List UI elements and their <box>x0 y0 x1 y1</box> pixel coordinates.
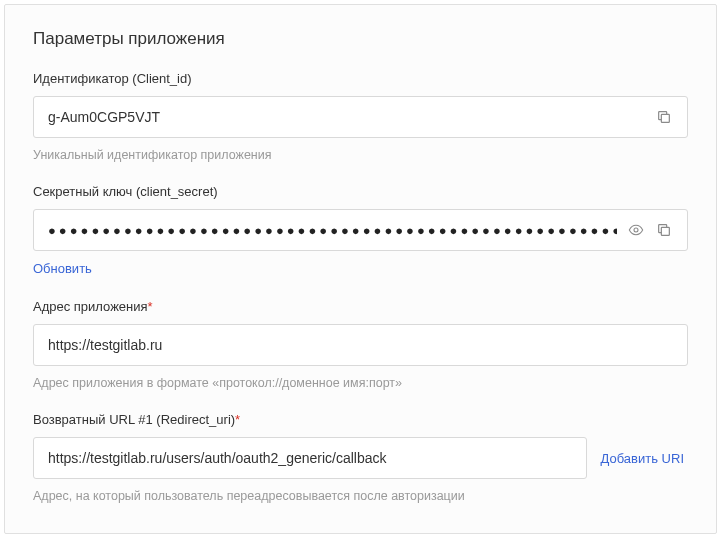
app-url-label: Адрес приложения* <box>33 299 688 314</box>
svg-rect-2 <box>661 227 669 235</box>
client-secret-label: Секретный ключ (client_secret) <box>33 184 688 199</box>
add-uri-link[interactable]: Добавить URI <box>597 451 688 466</box>
client-id-group: Идентификатор (Client_id) g-Aum0CGP5VJT … <box>33 71 688 162</box>
redirect-helper: Адрес, на который пользователь переадрес… <box>33 489 688 503</box>
client-secret-group: Секретный ключ (client_secret) ●●●●●●●●●… <box>33 184 688 277</box>
copy-icon[interactable] <box>655 221 673 239</box>
client-id-value: g-Aum0CGP5VJT <box>48 109 645 125</box>
app-params-panel: Параметры приложения Идентификатор (Clie… <box>4 4 717 534</box>
required-mark: * <box>148 299 153 314</box>
redirect-row: Добавить URI <box>33 437 688 479</box>
app-url-label-text: Адрес приложения <box>33 299 148 314</box>
refresh-secret-link[interactable]: Обновить <box>33 261 92 276</box>
app-url-group: Адрес приложения* Адрес приложения в фор… <box>33 299 688 390</box>
client-secret-box: ●●●●●●●●●●●●●●●●●●●●●●●●●●●●●●●●●●●●●●●●… <box>33 209 688 251</box>
redirect-label: Возвратный URL #1 (Redirect_uri)* <box>33 412 688 427</box>
app-url-box[interactable] <box>33 324 688 366</box>
panel-title: Параметры приложения <box>33 29 688 49</box>
svg-rect-0 <box>661 114 669 122</box>
svg-point-1 <box>634 228 638 232</box>
redirect-box[interactable] <box>33 437 587 479</box>
client-id-box: g-Aum0CGP5VJT <box>33 96 688 138</box>
redirect-label-text: Возвратный URL #1 (Redirect_uri) <box>33 412 235 427</box>
copy-icon[interactable] <box>655 108 673 126</box>
redirect-group: Возвратный URL #1 (Redirect_uri)* Добави… <box>33 412 688 503</box>
app-url-input[interactable] <box>48 337 673 353</box>
app-url-helper: Адрес приложения в формате «протокол://д… <box>33 376 688 390</box>
redirect-input[interactable] <box>48 450 572 466</box>
eye-icon[interactable] <box>627 221 645 239</box>
required-mark: * <box>235 412 240 427</box>
client-id-label: Идентификатор (Client_id) <box>33 71 688 86</box>
client-secret-masked: ●●●●●●●●●●●●●●●●●●●●●●●●●●●●●●●●●●●●●●●●… <box>48 224 617 237</box>
client-id-helper: Уникальный идентификатор приложения <box>33 148 688 162</box>
